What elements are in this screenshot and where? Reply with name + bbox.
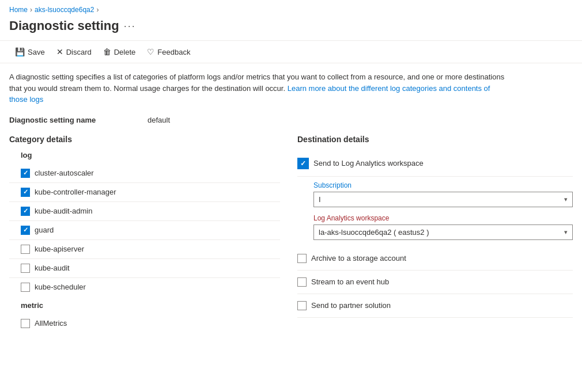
destination-section-title: Destination details [297, 135, 573, 144]
checkbox-kube-apiserver[interactable] [21, 245, 30, 254]
toolbar: 💾 Save ✕ Discard 🗑 Delete ♡ Feedback [0, 40, 582, 63]
log-item-kube-apiserver: kube-apiserver [9, 240, 280, 259]
metric-section: metric AllMetrics [9, 301, 280, 333]
destination-panel: Destination details Send to Log Analytic… [292, 135, 573, 333]
breadcrumb-home[interactable]: Home [9, 6, 28, 14]
label-kube-controller-manager: kube-controller-manager [35, 188, 116, 196]
checkbox-kube-controller-manager[interactable] [21, 188, 30, 197]
log-subsection-title: log [21, 151, 280, 159]
description-text: A diagnostic setting specifies a list of… [0, 63, 519, 110]
label-cluster-autoscaler: cluster-autoscaler [35, 169, 94, 177]
checkbox-kube-audit-admin[interactable] [21, 207, 30, 216]
stream-event-hub-label: Stream to an event hub [311, 277, 389, 286]
metric-items-list: AllMetrics [9, 314, 280, 333]
delete-button[interactable]: 🗑 Delete [97, 44, 142, 59]
save-icon: 💾 [15, 47, 25, 56]
metric-item-AllMetrics: AllMetrics [9, 314, 280, 333]
checkbox-kube-audit[interactable] [21, 264, 30, 273]
partner-solution-label: Send to partner solution [311, 301, 391, 310]
archive-storage-label: Archive to a storage account [311, 254, 406, 262]
label-AllMetrics: AllMetrics [35, 319, 67, 328]
log-items-list: cluster-autoscaler kube-controller-manag… [9, 164, 280, 296]
page-header: Diagnostic setting ··· [0, 16, 582, 40]
main-content: Category details log cluster-autoscaler … [0, 130, 582, 337]
feedback-label: Feedback [157, 48, 190, 56]
save-label: Save [28, 48, 45, 56]
partner-solution-checkbox[interactable] [297, 301, 307, 310]
log-analytics-label: Send to Log Analytics workspace [313, 159, 424, 168]
stream-event-hub-row: Stream to an event hub [297, 271, 573, 294]
breadcrumb-sep1: › [30, 6, 32, 14]
category-panel: Category details log cluster-autoscaler … [9, 135, 292, 333]
partner-solution-row: Send to partner solution [297, 294, 573, 318]
feedback-icon: ♡ [147, 47, 154, 56]
checkbox-AllMetrics[interactable] [21, 319, 30, 328]
breadcrumb-sep2: › [96, 6, 99, 14]
save-button[interactable]: 💾 Save [9, 44, 51, 59]
label-kube-scheduler: kube-scheduler [35, 283, 86, 291]
subscription-select[interactable]: I ▾ [313, 192, 573, 207]
subscription-dropdown-icon: ▾ [564, 196, 568, 203]
metric-subsection-title: metric [21, 301, 280, 310]
checkbox-guard[interactable] [21, 226, 30, 235]
log-item-kube-scheduler: kube-scheduler [9, 278, 280, 296]
setting-name-label: Diagnostic setting name [9, 116, 148, 124]
setting-name-row: Diagnostic setting name default [0, 110, 582, 130]
log-item-kube-audit: kube-audit [9, 259, 280, 278]
log-item-guard: guard [9, 221, 280, 240]
log-analytics-checked-icon[interactable] [297, 158, 309, 169]
feedback-button[interactable]: ♡ Feedback [141, 44, 196, 59]
discard-button[interactable]: ✕ Discard [51, 44, 97, 59]
log-analytics-workspace-group: Log Analytics workspace la-aks-lsuoccqde… [297, 210, 573, 242]
label-kube-audit-admin: kube-audit-admin [35, 207, 92, 215]
checkbox-kube-scheduler[interactable] [21, 283, 30, 292]
archive-storage-row: Archive to a storage account [297, 247, 573, 271]
page-title: Diagnostic setting [9, 18, 119, 33]
breadcrumb: Home › aks-lsuoccqde6qa2 › [0, 0, 582, 16]
setting-name-value: default [148, 116, 170, 124]
archive-storage-checkbox[interactable] [297, 254, 307, 263]
log-analytics-workspace-label: Log Analytics workspace [313, 214, 573, 222]
more-options-icon[interactable]: ··· [124, 20, 136, 32]
label-guard: guard [35, 226, 54, 234]
log-item-cluster-autoscaler: cluster-autoscaler [9, 164, 280, 183]
breadcrumb-resource[interactable]: aks-lsuoccqde6qa2 [35, 6, 94, 14]
discard-icon: ✕ [56, 47, 63, 56]
label-kube-apiserver: kube-apiserver [35, 245, 84, 253]
delete-label: Delete [114, 48, 136, 56]
category-section-title: Category details [9, 135, 280, 144]
log-analytics-workspace-select[interactable]: la-aks-lsuoccqde6qa2 ( eastus2 ) ▾ [313, 224, 573, 240]
stream-event-hub-checkbox[interactable] [297, 277, 307, 287]
delete-icon: 🗑 [103, 47, 111, 56]
subscription-group: Subscription I ▾ [297, 177, 573, 210]
subscription-label: Subscription [313, 181, 573, 189]
log-item-kube-controller-manager: kube-controller-manager [9, 183, 280, 202]
send-to-log-analytics-row: Send to Log Analytics workspace [297, 151, 573, 177]
subscription-value: I [319, 195, 321, 204]
label-kube-audit: kube-audit [35, 264, 70, 272]
checkbox-cluster-autoscaler[interactable] [21, 169, 30, 178]
log-analytics-workspace-value: la-aks-lsuoccqde6qa2 ( eastus2 ) [319, 228, 429, 237]
discard-label: Discard [66, 48, 92, 56]
log-analytics-workspace-dropdown-icon: ▾ [564, 229, 568, 236]
log-item-kube-audit-admin: kube-audit-admin [9, 202, 280, 221]
